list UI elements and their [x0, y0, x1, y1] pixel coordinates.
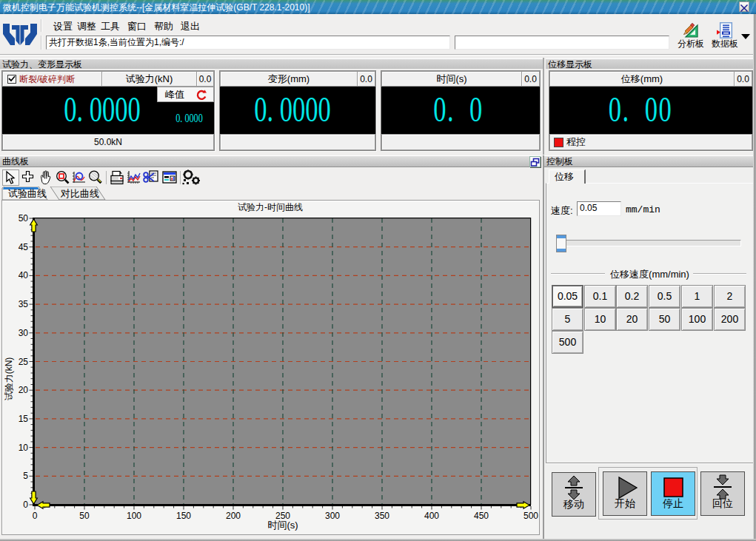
- svg-text:25: 25: [19, 357, 29, 367]
- svg-text:300: 300: [325, 511, 340, 521]
- svg-text:200: 200: [226, 511, 241, 521]
- svg-text:时间(s): 时间(s): [267, 520, 298, 531]
- svg-text:450: 450: [474, 511, 489, 521]
- svg-text:试验力-时间曲线: 试验力-时间曲线: [238, 202, 303, 212]
- svg-text:100: 100: [127, 511, 141, 521]
- svg-text:45: 45: [19, 242, 29, 252]
- svg-text:50: 50: [19, 213, 29, 224]
- svg-text:400: 400: [424, 511, 439, 521]
- svg-text:50: 50: [79, 511, 90, 521]
- svg-text:试验曲线: 试验曲线: [8, 188, 47, 199]
- svg-text:试验力(kN): 试验力(kN): [4, 357, 14, 401]
- svg-text:15: 15: [19, 414, 29, 424]
- svg-text:0: 0: [23, 500, 28, 510]
- svg-text:对比曲线: 对比曲线: [60, 188, 99, 199]
- svg-text:150: 150: [176, 511, 191, 521]
- svg-text:40: 40: [19, 270, 29, 280]
- svg-text:10: 10: [19, 443, 29, 453]
- svg-text:20: 20: [19, 385, 29, 395]
- svg-text:30: 30: [19, 328, 29, 338]
- svg-text:35: 35: [19, 299, 29, 309]
- svg-text:5: 5: [23, 471, 28, 481]
- svg-text:500: 500: [523, 511, 538, 521]
- svg-text:350: 350: [375, 511, 389, 521]
- svg-text:0: 0: [33, 511, 38, 521]
